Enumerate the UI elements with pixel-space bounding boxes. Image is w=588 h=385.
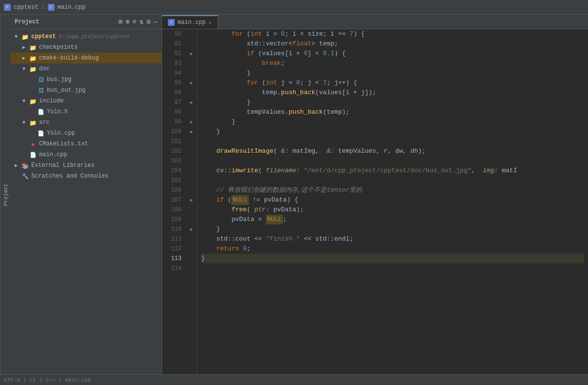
- code-line-99: }: [201, 117, 584, 127]
- tree-item-cmake-lists[interactable]: 🔺 CMakeLists.txt: [11, 139, 162, 149]
- folder-icon-doc: 📁: [29, 66, 37, 72]
- code-line-101: [201, 137, 584, 146]
- gutter-93: [186, 59, 197, 68]
- code-line-98: tempValues.push_back(temp);: [201, 107, 584, 117]
- folder-icon-cpptest: 📁: [21, 34, 29, 40]
- ln-109: 109: [162, 215, 186, 224]
- arrow-cmake-build: ▶: [22, 55, 29, 61]
- tree-item-yolo-cpp[interactable]: 📄 Yolo.cpp: [11, 128, 162, 139]
- ln-102: 102: [162, 146, 186, 156]
- gutter-94: [186, 68, 197, 78]
- file-icon-main-cpp: 📄: [29, 152, 37, 158]
- folder-icon-checkpoints: 📁: [29, 44, 37, 51]
- code-content[interactable]: for (int i = 0; i < size; i += 7) { std:…: [197, 29, 588, 374]
- gutter-105: [186, 176, 197, 185]
- label-cpptest: cpptest: [31, 33, 56, 40]
- ln-100: 100: [162, 127, 186, 137]
- gutter-113: [186, 254, 197, 263]
- code-line-114: [201, 263, 584, 273]
- gutter-92: ▶: [186, 49, 197, 59]
- arrow-cpptest: ▼: [15, 34, 21, 40]
- ln-95: 95: [162, 78, 186, 88]
- panel-label: Project: [0, 15, 11, 374]
- gutter-98: [186, 107, 197, 117]
- line-numbers: 90 91 92 93 94 95 96 97 98 99 100 101 10…: [162, 29, 186, 374]
- folder-icon-include: 📁: [29, 98, 37, 104]
- code-line-107: if (NULL != pvData) {: [201, 195, 584, 205]
- ln-96: 96: [162, 88, 186, 98]
- main-area: Project Project ⊞ ⊕ ≡ ⇅ ⚙ — ▼ 📁 cpptest …: [0, 15, 588, 374]
- settings-icon[interactable]: ⚙: [146, 18, 150, 26]
- code-line-108: free( ptr: pvData);: [201, 205, 584, 215]
- breadcrumb-file[interactable]: main.cpp: [58, 4, 86, 11]
- label-checkpoints: checkpoints: [39, 44, 78, 51]
- code-line-109: pvData = NULL;: [201, 215, 584, 224]
- code-line-97: }: [201, 98, 584, 107]
- ln-101: 101: [162, 137, 186, 146]
- gutter-108: [186, 205, 197, 215]
- ln-106: 106: [162, 185, 186, 195]
- label-cmake-build: cmake-build-debug: [39, 55, 99, 61]
- code-line-111: std::cout << "finish " << std::endl;: [201, 234, 584, 244]
- label-bus-out-jpg: bus_out.jpg: [47, 87, 85, 94]
- folder-open-icon[interactable]: ⊞: [118, 18, 122, 26]
- gutter-114: [186, 263, 197, 273]
- tree-item-yolo-h[interactable]: 📄 Yolo.h: [11, 106, 162, 117]
- tree-item-external-libs[interactable]: ▶ 📚 External Libraries: [11, 160, 162, 171]
- tree-item-bus-jpg[interactable]: 🖼 bus.jpg: [11, 74, 162, 85]
- bottom-bar: UTF-8 | LF | C++ | main.cpp: [0, 374, 588, 385]
- breadcrumb-project[interactable]: cpptest: [14, 4, 38, 11]
- gutter-99: ▶: [186, 117, 197, 127]
- tree-item-cmake-build-debug[interactable]: ▶ 📁 cmake-build-debug: [11, 53, 162, 63]
- ln-111: 111: [162, 234, 186, 244]
- tree-item-include[interactable]: ▼ 📁 include: [11, 96, 162, 106]
- arrow-external: ▶: [15, 162, 21, 168]
- collapse-icon[interactable]: ≡: [132, 18, 136, 26]
- tree-item-main-cpp[interactable]: 📄 main.cpp: [11, 149, 162, 160]
- ln-105: 105: [162, 176, 186, 185]
- minimize-icon[interactable]: —: [154, 18, 158, 26]
- file-tree-toolbar: Project ⊞ ⊕ ≡ ⇅ ⚙ —: [11, 15, 162, 29]
- gutter-96: [186, 88, 197, 98]
- file-icon-yolo-cpp: 📄: [37, 130, 45, 137]
- tab-close-button[interactable]: ✕: [209, 20, 212, 26]
- tree-item-scratches[interactable]: 🔧 Scratches and Consoles: [11, 171, 162, 182]
- ln-108: 108: [162, 205, 186, 215]
- gutter-97: ▶: [186, 98, 197, 107]
- gutter-104: [186, 166, 197, 176]
- tree-item-doc[interactable]: ▼ 📁 doc: [11, 63, 162, 74]
- file-icon-cmake: 🔺: [29, 141, 37, 147]
- file-icon-bus-out-jpg: 🖼: [37, 87, 45, 94]
- top-bar: P cpptest / C main.cpp: [0, 0, 588, 15]
- tab-main-cpp[interactable]: C main.cpp ✕: [162, 15, 218, 29]
- tree-item-cpptest[interactable]: ▼ 📁 cpptest D:\cpp_ptoject\cpptest: [11, 31, 162, 42]
- gutter-95: ▶: [186, 78, 197, 88]
- ln-112: 112: [162, 244, 186, 254]
- code-view[interactable]: 90 91 92 93 94 95 96 97 98 99 100 101 10…: [162, 29, 588, 374]
- project-icon: P: [4, 4, 11, 11]
- ln-107: 107: [162, 195, 186, 205]
- gutter-101: [186, 137, 197, 146]
- sort-icon[interactable]: ⇅: [140, 18, 143, 26]
- gutter-109: [186, 215, 197, 224]
- file-icon-bus-jpg: 🖼: [37, 77, 45, 83]
- code-line-112: return 0;: [201, 244, 584, 254]
- locate-icon[interactable]: ⊕: [125, 18, 129, 26]
- file-tree-panel: Project ⊞ ⊕ ≡ ⇅ ⚙ — ▼ 📁 cpptest D:\cpp_p…: [11, 15, 162, 374]
- folder-icon-src: 📁: [29, 120, 37, 126]
- label-main-cpp: main.cpp: [39, 151, 67, 158]
- toolbar-title: Project: [15, 19, 39, 25]
- code-line-113: }: [201, 254, 584, 263]
- tree-item-src[interactable]: ▼ 📁 src: [11, 117, 162, 128]
- gutter-106: [186, 185, 197, 195]
- ln-104: 104: [162, 166, 186, 176]
- tree-item-bus-out-jpg[interactable]: 🖼 bus_out.jpg: [11, 85, 162, 96]
- status-text: UTF-8 | LF | C++ | main.cpp: [4, 377, 91, 383]
- gutter-90: [186, 29, 197, 39]
- label-cmake-lists: CMakeLists.txt: [39, 141, 88, 147]
- gutter-110: ▶: [186, 224, 197, 234]
- tree-item-checkpoints[interactable]: ▶ 📁 checkpoints: [11, 42, 162, 53]
- ln-97: 97: [162, 98, 186, 107]
- gutter-107: ▶: [186, 195, 197, 205]
- toolbar-icons: ⊞ ⊕ ≡ ⇅ ⚙ —: [118, 18, 158, 26]
